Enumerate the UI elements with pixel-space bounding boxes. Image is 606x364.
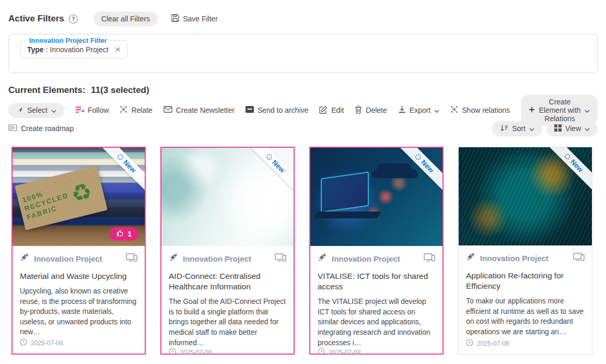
- card-footer: 2025-07-08: [169, 348, 286, 358]
- actions-toolbar: Select Follow Relate Create Newsl: [8, 103, 598, 118]
- export-button[interactable]: Export: [398, 105, 439, 115]
- card-footer: 2025-07-08: [20, 338, 137, 348]
- card-description: The VITALISE project will develop ICT to…: [318, 297, 435, 348]
- card-body: Innovation Project Material and Waste Up…: [13, 246, 145, 354]
- new-ribbon-label: New: [122, 158, 137, 174]
- devices-icon: [573, 253, 585, 263]
- likes-badge[interactable]: 1: [109, 227, 138, 241]
- select-button[interactable]: Select: [8, 103, 64, 118]
- elements-count: 11: [91, 85, 100, 95]
- clock-icon: [318, 348, 325, 357]
- create-newsletter-button[interactable]: Create Newsletter: [164, 106, 235, 114]
- delete-label: Delete: [366, 106, 387, 114]
- create-roadmap-button[interactable]: Create roadmap: [8, 124, 74, 133]
- card-type-label: Innovation Project: [332, 254, 419, 263]
- relate-button[interactable]: Relate: [120, 105, 152, 115]
- delete-button[interactable]: Delete: [355, 105, 387, 115]
- create-element-with-relations-label: Create Element with Relations: [539, 98, 581, 123]
- relations-icon: [120, 105, 127, 115]
- rocket-icon: [169, 253, 178, 264]
- new-ribbon-label: New: [271, 158, 286, 174]
- filter-field: Type: [27, 45, 44, 54]
- chevron-down-icon: [434, 106, 439, 114]
- spinner-dots-icon: [116, 153, 124, 161]
- filter-chip[interactable]: Type : Innovation Project ✕: [27, 45, 121, 54]
- card-image: New: [310, 148, 442, 246]
- select-label: Select: [27, 106, 48, 114]
- rocket-icon: [466, 252, 475, 264]
- trash-icon: [355, 105, 362, 115]
- devices-icon: [126, 253, 137, 264]
- sort-view-group: Sort View: [492, 121, 598, 136]
- create-newsletter-label: Create Newsletter: [176, 106, 235, 114]
- laptop-graphic: [313, 212, 381, 218]
- clock-icon: [169, 348, 176, 357]
- clock-icon: [20, 338, 27, 347]
- send-to-archive-button[interactable]: Send to archive: [246, 106, 308, 114]
- rocket-icon: [318, 253, 327, 264]
- edit-button[interactable]: Edit: [319, 105, 344, 115]
- card-title: VITALISE: ICT tools for shared access: [318, 271, 435, 292]
- view-label: View: [565, 124, 581, 133]
- card-type-label: Innovation Project: [34, 254, 121, 263]
- card-body: Innovation Project AID-Connect: Centrali…: [161, 246, 294, 363]
- card-body: Innovation Project VITALISE: ICT tools f…: [310, 246, 442, 363]
- chevron-down-icon: [51, 106, 56, 114]
- filter-separator: :: [46, 45, 48, 54]
- card-title: Application Re-factoring for Efficiency: [466, 271, 585, 291]
- card-title: Material and Waste Upcycling: [20, 271, 137, 281]
- clock-icon: [466, 339, 473, 348]
- current-elements-label: Current Elements:: [8, 85, 85, 95]
- chevron-down-icon: [585, 124, 590, 133]
- plus-icon: [529, 106, 535, 114]
- card-image: New: [459, 147, 592, 245]
- clear-all-filters-button[interactable]: Clear all Filters: [94, 11, 158, 26]
- help-icon[interactable]: ?: [69, 15, 78, 24]
- likes-count: 1: [127, 230, 132, 238]
- export-label: Export: [410, 106, 430, 114]
- edit-pencil-icon: [319, 105, 328, 115]
- remove-filter-icon[interactable]: ✕: [115, 45, 121, 54]
- sort-button[interactable]: Sort: [492, 121, 542, 136]
- card-description: Upcycling, also known as creative reuse,…: [20, 286, 137, 337]
- chevron-down-icon: [585, 106, 590, 114]
- element-card[interactable]: New Innovation Project: [458, 147, 592, 355]
- element-card-grid: 100% RECYCLED FABRIC ♻ New 1: [0, 135, 606, 355]
- edit-label: Edit: [331, 106, 344, 114]
- download-icon: [398, 105, 406, 115]
- filter-group-label: Innovation Project Filter: [27, 37, 109, 44]
- chevron-down-icon: [529, 124, 534, 133]
- sort-label: Sort: [512, 124, 526, 133]
- current-elements-header: Current Elements: 11(3 selected): [8, 85, 598, 96]
- rocket-icon: [20, 253, 29, 264]
- laptop-graphic: [321, 172, 369, 213]
- new-ribbon-label: New: [569, 158, 585, 173]
- view-button[interactable]: View: [546, 121, 598, 136]
- new-ribbon-label: New: [419, 158, 435, 174]
- card-description: To make our applications more efficient …: [466, 296, 585, 337]
- card-type-label: Innovation Project: [480, 254, 568, 263]
- grid-view-icon: [554, 124, 562, 133]
- show-relations-label: Show relations: [462, 106, 510, 114]
- follow-button[interactable]: Follow: [75, 106, 109, 115]
- save-filter-button[interactable]: Save Filter: [171, 14, 218, 24]
- card-date: 2025-07-08: [477, 340, 509, 347]
- active-filters-panel: Innovation Project Filter Type : Innovat…: [8, 34, 598, 73]
- element-card[interactable]: New Innovation Project: [309, 147, 444, 355]
- follow-list-add-icon: [75, 106, 84, 115]
- element-card[interactable]: New Innovation Project: [160, 147, 295, 355]
- element-card[interactable]: 100% RECYCLED FABRIC ♻ New 1: [11, 147, 146, 355]
- show-relations-button[interactable]: Show relations: [450, 105, 510, 115]
- spinner-dots-icon: [563, 152, 572, 161]
- card-date: 2025-07-08: [329, 349, 360, 356]
- card-description: The Goal of the AID-Connect Project is t…: [169, 297, 286, 348]
- filter-value: Innovation Project: [50, 45, 109, 54]
- recycled-fabric-tag: 100% RECYCLED FABRIC ♻: [15, 166, 108, 231]
- sort-icon: [500, 124, 508, 133]
- card-image: 100% RECYCLED FABRIC ♻ New 1: [13, 148, 145, 246]
- filter-group: Innovation Project Filter Type : Innovat…: [20, 37, 127, 58]
- follow-label: Follow: [88, 106, 109, 114]
- create-roadmap-label: Create roadmap: [21, 124, 74, 133]
- card-type-label: Innovation Project: [183, 254, 270, 263]
- relate-label: Relate: [131, 106, 152, 114]
